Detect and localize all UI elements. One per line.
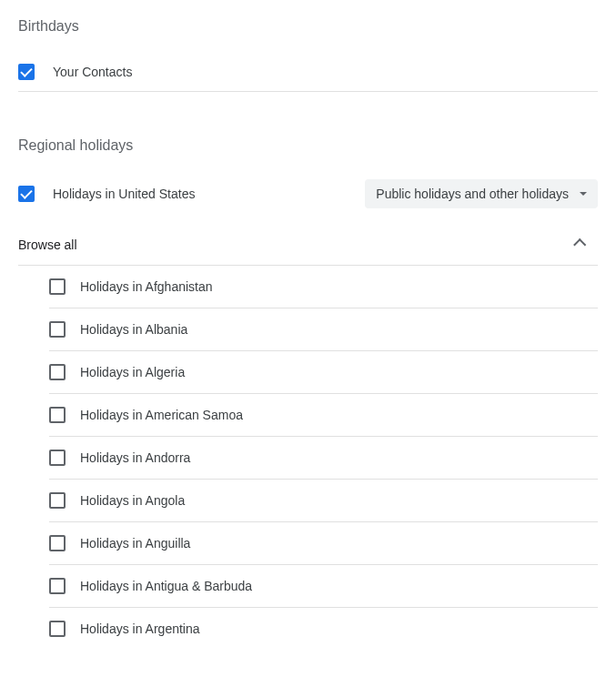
country-row: Holidays in Albania <box>49 308 598 351</box>
chevron-up-icon <box>573 238 586 251</box>
us-holidays-left: Holidays in United States <box>18 186 195 202</box>
country-checkbox[interactable] <box>49 407 66 423</box>
country-label: Holidays in Anguilla <box>80 536 190 551</box>
country-label: Holidays in American Samoa <box>80 408 243 422</box>
country-label: Holidays in Argentina <box>80 621 200 636</box>
browse-all-label: Browse all <box>18 237 77 252</box>
us-holidays-checkbox[interactable] <box>18 186 35 202</box>
country-checkbox[interactable] <box>49 450 66 466</box>
country-checkbox[interactable] <box>49 321 66 338</box>
country-checkbox[interactable] <box>49 578 66 594</box>
country-checkbox[interactable] <box>49 364 66 380</box>
contacts-checkbox[interactable] <box>18 64 35 80</box>
country-row: Holidays in Afghanistan <box>49 266 598 308</box>
dropdown-label: Public holidays and other holidays <box>376 187 569 201</box>
country-label: Holidays in Algeria <box>80 365 185 379</box>
us-holidays-row: Holidays in United States Public holiday… <box>18 172 598 216</box>
country-row: Holidays in Antigua & Barbuda <box>49 565 598 608</box>
contacts-label: Your Contacts <box>53 65 132 79</box>
holiday-type-dropdown[interactable]: Public holidays and other holidays <box>365 179 598 208</box>
country-checkbox[interactable] <box>49 535 66 551</box>
country-list: Holidays in AfghanistanHolidays in Alban… <box>18 266 598 650</box>
birthdays-section: Birthdays Your Contacts <box>18 18 598 92</box>
country-row: Holidays in Argentina <box>49 608 598 650</box>
country-checkbox[interactable] <box>49 621 66 637</box>
regional-title: Regional holidays <box>18 137 598 154</box>
country-checkbox[interactable] <box>49 492 66 509</box>
country-row: Holidays in Algeria <box>49 351 598 394</box>
country-row: Holidays in American Samoa <box>49 394 598 437</box>
country-label: Holidays in Afghanistan <box>80 279 213 294</box>
country-label: Holidays in Angola <box>80 493 185 508</box>
us-holidays-label: Holidays in United States <box>53 187 195 201</box>
contacts-row: Your Contacts <box>18 53 598 92</box>
country-row: Holidays in Andorra <box>49 437 598 480</box>
country-row: Holidays in Anguilla <box>49 522 598 565</box>
country-row: Holidays in Angola <box>49 480 598 522</box>
regional-section: Regional holidays Holidays in United Sta… <box>18 137 598 650</box>
browse-all-button[interactable]: Browse all <box>18 225 598 266</box>
country-label: Holidays in Andorra <box>80 450 190 465</box>
country-checkbox[interactable] <box>49 278 66 295</box>
dropdown-arrow-icon <box>580 192 587 196</box>
country-label: Holidays in Antigua & Barbuda <box>80 579 252 593</box>
country-label: Holidays in Albania <box>80 322 187 337</box>
birthdays-title: Birthdays <box>18 18 598 35</box>
